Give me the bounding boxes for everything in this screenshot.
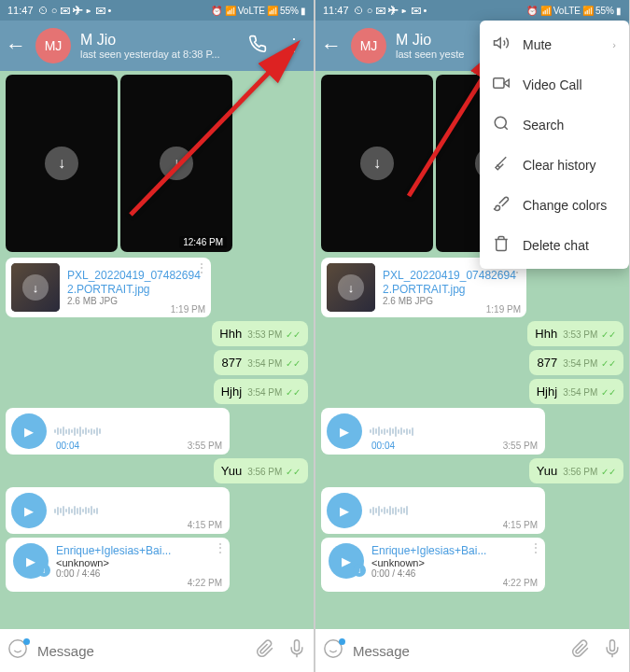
- options-menu: Mute› Video Call Search Clear history Ch…: [480, 21, 629, 269]
- menu-label: Clear history: [523, 158, 596, 173]
- menu-item-search[interactable]: Search: [480, 105, 629, 145]
- chat-header: ← MJ M Jio last seen yesterday at 8:38 P…: [0, 21, 314, 71]
- svg-rect-12: [494, 78, 504, 89]
- message-input[interactable]: [353, 643, 562, 659]
- text-message[interactable]: Hhh3:53 PM ✓✓: [212, 321, 308, 346]
- file-name: PXL_20220419_074826942.PORTRAIT.jpg: [67, 269, 205, 296]
- play-button[interactable]: ▶: [11, 493, 47, 528]
- menu-item-delete-chat[interactable]: Delete chat: [480, 225, 629, 265]
- voice-message[interactable]: ▶ 4:15 PM: [6, 487, 230, 534]
- track-title: Enrique+Iglesias+Bai...: [56, 544, 222, 557]
- menu-item-video-call[interactable]: Video Call: [480, 64, 629, 105]
- message-time: 4:22 PM: [188, 578, 222, 588]
- media-thumbnail[interactable]: ↓12:46 PM: [120, 75, 232, 252]
- back-button[interactable]: ←: [6, 34, 26, 58]
- broom-icon: [493, 155, 510, 175]
- media-thumbnail[interactable]: ↓: [6, 75, 118, 252]
- svg-line-14: [504, 126, 507, 129]
- chevron-right-icon: ›: [612, 39, 616, 50]
- voice-message[interactable]: ▶ 4:15 PM: [321, 487, 545, 534]
- file-thumbnail[interactable]: ↓: [11, 263, 60, 312]
- voice-message[interactable]: ▶ 00:04 3:55 PM: [6, 408, 230, 455]
- text-message[interactable]: Hjhj3:54 PM ✓✓: [214, 379, 308, 404]
- text-message[interactable]: Yuu3:56 PM ✓✓: [214, 458, 308, 483]
- status-bar: 11:47 ⏲ ○ ✉ ✈ ▶ ✉ • ⏰ 📶 VoLTE📶 55%▮: [315, 0, 629, 21]
- search-icon: [493, 115, 510, 134]
- message-menu[interactable]: ⋮: [196, 261, 207, 274]
- message-input[interactable]: [37, 643, 246, 659]
- message-input-bar: [315, 629, 629, 672]
- menu-item-change-colors[interactable]: Change colors: [480, 185, 629, 225]
- message-time: 4:15 PM: [188, 520, 222, 530]
- menu-item-mute[interactable]: Mute›: [480, 24, 629, 64]
- media-timestamp: 12:46 PM: [179, 236, 227, 248]
- voice-message[interactable]: ▶ 00:04 3:55 PM: [321, 408, 545, 455]
- download-icon[interactable]: ↓: [360, 147, 394, 180]
- message-time: 3:55 PM: [188, 441, 222, 451]
- waveform[interactable]: [54, 501, 224, 520]
- back-button[interactable]: ←: [321, 34, 342, 58]
- mic-button[interactable]: [287, 639, 306, 663]
- avatar[interactable]: MJ: [35, 28, 71, 63]
- download-icon[interactable]: ↓: [45, 147, 78, 180]
- more-button[interactable]: ⋮: [286, 35, 302, 58]
- track-duration: 0:00 / 4:46: [56, 568, 222, 579]
- menu-label: Change colors: [523, 198, 607, 213]
- text-message[interactable]: 8773:54 PM ✓✓: [529, 350, 623, 375]
- screen-right: 11:47 ⏲ ○ ✉ ✈ ▶ ✉ • ⏰ 📶 VoLTE📶 55%▮ ← MJ…: [315, 0, 629, 672]
- play-button[interactable]: ▶: [11, 413, 47, 449]
- screen-left: 11:47 ⏲ ○ ✉ ✈ ▶ ✉ • ⏰ 📶 VoLTE📶 55%▮ ← MJ…: [0, 0, 314, 672]
- mic-button[interactable]: [603, 639, 622, 663]
- download-icon[interactable]: ↓: [22, 274, 49, 301]
- outgoing-messages: Hhh3:53 PM ✓✓ 8773:54 PM ✓✓ Hjhj3:54 PM …: [6, 321, 308, 404]
- track-artist: <unknown>: [56, 557, 222, 568]
- header-info[interactable]: M Jio last seen yesterday at 8:38 P...: [80, 32, 239, 60]
- menu-label: Search: [523, 118, 564, 133]
- play-button[interactable]: ▶↓: [13, 543, 49, 579]
- audio-file-message[interactable]: ▶↓ Enrique+Iglesias+Bai... <unknown> 0:0…: [6, 538, 230, 592]
- menu-label: Video Call: [523, 77, 582, 92]
- emoji-button[interactable]: [323, 638, 343, 664]
- contact-name: M Jio: [80, 32, 239, 49]
- menu-label: Delete chat: [523, 238, 589, 253]
- volume-icon: [493, 35, 510, 54]
- status-icons-right: ⏰ 📶: [211, 6, 236, 16]
- waveform[interactable]: [54, 422, 224, 441]
- trash-icon: [493, 235, 510, 255]
- status-icons: ⏲ ○ ✉ ✈ ▶ ✉ •: [35, 5, 112, 16]
- message-time: 1:19 PM: [171, 304, 205, 315]
- emoji-button[interactable]: [7, 638, 28, 664]
- attach-button[interactable]: [571, 639, 590, 663]
- text-message[interactable]: Yuu3:56 PM ✓✓: [529, 458, 623, 483]
- audio-file-message[interactable]: ▶↓ Enrique+Iglesias+Bai... <unknown> 0:0…: [321, 538, 545, 592]
- last-seen: last seen yesterday at 8:38 P...: [80, 49, 239, 60]
- download-badge: ↓: [37, 564, 50, 577]
- media-thumbnail[interactable]: ↓: [321, 75, 433, 252]
- svg-marker-10: [495, 38, 501, 49]
- avatar[interactable]: MJ: [351, 28, 386, 63]
- message-input-bar: [0, 629, 314, 672]
- menu-item-clear-history[interactable]: Clear history: [480, 145, 629, 185]
- video-icon: [493, 75, 510, 94]
- brush-icon: [493, 195, 510, 215]
- status-bar: 11:47 ⏲ ○ ✉ ✈ ▶ ✉ • ⏰ 📶 VoLTE📶 55%▮: [0, 0, 314, 21]
- attach-button[interactable]: [256, 639, 274, 663]
- file-message[interactable]: ↓ PXL_20220419_074826942.PORTRAIT.jpg 2.…: [6, 258, 211, 317]
- download-icon[interactable]: ↓: [160, 147, 193, 180]
- message-menu[interactable]: ⋮: [215, 541, 226, 554]
- voice-duration: 00:04: [56, 441, 79, 451]
- menu-label: Mute: [523, 37, 552, 52]
- text-message[interactable]: 8773:54 PM ✓✓: [214, 350, 308, 375]
- text-message[interactable]: Hjhj3:54 PM ✓✓: [529, 379, 623, 404]
- text-message[interactable]: Hhh3:53 PM ✓✓: [527, 321, 623, 346]
- svg-marker-11: [504, 79, 509, 87]
- call-button[interactable]: [248, 35, 267, 58]
- svg-point-13: [495, 117, 506, 128]
- chat-area[interactable]: ↓ ↓12:46 PM ↓ PXL_20220419_074826942.POR…: [0, 71, 314, 629]
